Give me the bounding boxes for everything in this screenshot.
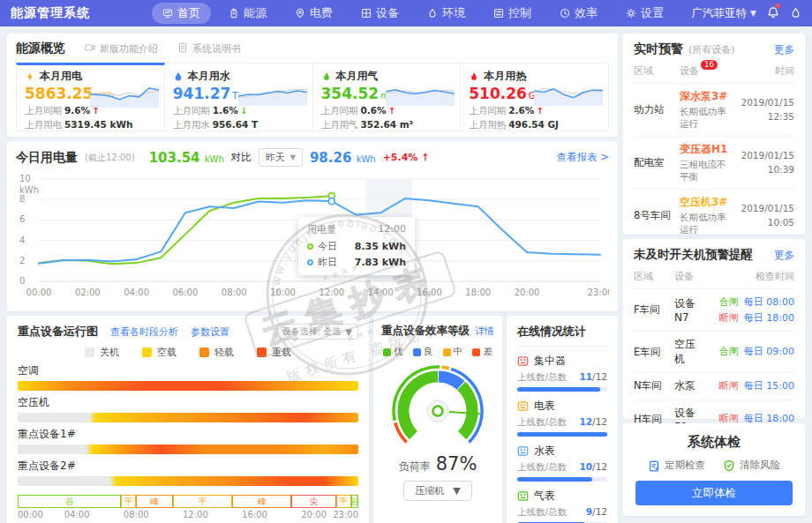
runtime-rows: 空调空压机重点设备1#重点设备2# [18, 363, 358, 486]
runtime-status-bar[interactable] [18, 413, 358, 422]
checkup-now-button[interactable]: 立即体检 [635, 481, 793, 505]
load-rate-label: 负荷率 [399, 459, 431, 474]
card-previous: 上月用气352.64 m³ [321, 119, 453, 131]
svg-text:20:00: 20:00 [515, 288, 540, 297]
waterdrop-icon [173, 71, 184, 82]
online-item-0: 集中器 上线数/总数11/12 [517, 347, 607, 392]
load-rate-value: 87% [436, 453, 477, 474]
nav-item-6[interactable]: 效率 [549, 3, 608, 24]
runtime-row-label: 重点设备2# [18, 459, 358, 474]
notification-dot [776, 4, 780, 8]
svg-text:00:00: 00:00 [26, 288, 52, 297]
yesterday-value: 98.26 kWh [310, 150, 376, 166]
overview-card-0[interactable]: 本月用电 5863.25kWh 上月同期9.6%↑ 上月用电5319.45 kW… [16, 63, 165, 131]
alert-row-1[interactable]: 配电室 变压器H1三相电流不平衡 2019/01/1510:39 [634, 136, 794, 189]
today-title: 今日用电量 [16, 150, 78, 166]
company-name: 广汽菲亚特 [692, 6, 748, 21]
switch-alerts-more-link[interactable]: 更多 [774, 249, 794, 262]
gauge-svg [381, 360, 494, 453]
device-type-select[interactable]: 压缩机 ▼ [403, 481, 471, 501]
tariff-segment: 平 [336, 495, 351, 508]
runtime-status-bar[interactable] [18, 445, 358, 454]
checkup-title: 系统体检 [635, 434, 793, 451]
shield-check-icon [723, 459, 735, 472]
video-icon [85, 42, 95, 53]
legend-item: 优 [383, 346, 403, 358]
water-drop-icon[interactable] [790, 5, 801, 22]
compare-label: 对比 [231, 151, 252, 164]
axis-label: 20:00 [301, 510, 327, 519]
settings-icon [626, 8, 636, 19]
nav-item-4[interactable]: 环境 [417, 3, 476, 24]
runtime-title: 重点设备运行图 [18, 324, 98, 340]
tariff-segment: 尖 [291, 495, 335, 508]
runtime-status-bar[interactable] [18, 381, 358, 391]
company-switcher[interactable]: 广汽菲亚特 ▼ [692, 6, 756, 21]
flame-icon [321, 71, 332, 82]
svg-text:10:00: 10:00 [270, 288, 296, 297]
runtime-status-bar[interactable] [18, 476, 358, 486]
tariff-segment: 平 [173, 495, 232, 508]
delta-badge: +5.4% ↑ [383, 152, 430, 163]
mini-sparkline [88, 79, 161, 109]
chevron-down-icon: ▼ [290, 153, 296, 161]
nav-item-1[interactable]: 能源 [218, 3, 277, 24]
lightning-icon [25, 71, 35, 82]
realtime-alerts-panel: 实时预警 (所有设备) 更多 区域 设备16 时间 动力站 深水泵3#长期低功率… [623, 34, 805, 235]
nav-item-0[interactable]: 首页 [152, 3, 211, 24]
alert-row-0[interactable]: 动力站 深水泵3#长期低功率运行 2019/01/1512:35 [634, 83, 794, 136]
overview-card-2[interactable]: 本月用气 354.52m³ 上月同期0.6%↑ 上月用气352.64 m³ [313, 63, 462, 131]
cutoff-label: (截止12:00) [85, 152, 135, 164]
efficiency-details-link[interactable]: 详情 [475, 325, 494, 338]
nav-item-7[interactable]: 设置 [615, 3, 674, 24]
nav-right: 广汽菲亚特 ▼ [692, 5, 801, 22]
alerts-more-link[interactable]: 更多 [774, 43, 794, 56]
compare-day-select[interactable]: 昨天 ▼ [259, 148, 303, 167]
electricity-fee-icon [295, 8, 305, 19]
new-features-link[interactable]: 新版功能介绍 [85, 42, 158, 56]
card-previous: 上月用电5319.45 kWh [25, 119, 156, 131]
concentrator-icon [517, 355, 529, 367]
online-item-3: 气表 上线数/总数9/12 [517, 482, 607, 523]
mini-sparkline [384, 78, 456, 108]
alert-row-2[interactable]: 8号车间 空压机3#长期低功率运行 2019/01/1510:05 [634, 189, 794, 242]
checkup-item: 清除风险 [723, 459, 780, 472]
legend-item: 轻载 [199, 346, 234, 359]
device-runtime-panel: 重点设备运行图 查看各时段分析 参数设置 设备选择: 全选 ▼ 关机空载轻载重载… [7, 316, 369, 523]
svg-text:8: 8 [19, 194, 25, 204]
svg-text:16:00: 16:00 [417, 288, 442, 297]
nav-item-3[interactable]: 设备 [350, 3, 410, 24]
control-icon [493, 8, 504, 19]
bell-icon [767, 6, 779, 19]
nav-item-2[interactable]: 电费 [284, 3, 343, 24]
legend-item: 中 [443, 346, 463, 358]
device-select[interactable]: 设备选择: 全选 ▼ [276, 324, 358, 340]
view-report-link[interactable]: 查看报表 > [557, 151, 609, 164]
axis-label: 00:00 [18, 510, 43, 519]
runtime-row-label: 空压机 [18, 395, 358, 410]
overview-card-1[interactable]: 本月用水 941.27T 上月同期1.6%↓ 上月用水956.64 T [165, 63, 313, 131]
axis-label: 04:00 [64, 510, 90, 519]
parameter-settings-link[interactable]: 参数设置 [191, 325, 229, 339]
online-item-2: 水表 上线数/总数10/12 [517, 437, 607, 482]
main-menu: 首页能源电费设备环境控制效率设置 [152, 3, 692, 24]
notifications-button[interactable] [767, 5, 779, 22]
svg-text:4: 4 [19, 235, 25, 245]
legend-item: 差 [472, 346, 492, 358]
runtime-axis: 00:0004:0008:0012:0016:0020:0023:00 [18, 510, 358, 521]
overview-card-3[interactable]: 本月用热 510.26GJ 上月同期2.6%↑ 上月用热496.54 GJ [461, 63, 609, 131]
energy-dashboard: 能源管理系统 首页能源电费设备环境控制效率设置 广汽菲亚特 ▼ 能源概览 [0, 0, 812, 523]
system-manual-link[interactable]: 系统说明书 [177, 42, 241, 56]
svg-text:10: 10 [19, 174, 31, 183]
svg-text:23:00: 23:00 [588, 288, 609, 297]
energy-icon [229, 8, 239, 19]
switch-alert-row-0[interactable]: F车间 设备N7 合闸每日 08:00断闸每日 18:00 [634, 288, 794, 331]
period-analysis-link[interactable]: 查看各时段分析 [110, 325, 178, 339]
tooltip-row-1: 昨日7.83 kWh [307, 256, 406, 269]
gas-meter-icon [517, 490, 529, 502]
nav-item-5[interactable]: 控制 [483, 3, 542, 24]
switch-alert-row-1[interactable]: E车间 空压机 合闸每日 09:00 [634, 331, 794, 372]
doc-icon [177, 42, 188, 53]
switch-alert-row-2[interactable]: N车间 水泵 断闸每日 15:00 [634, 372, 794, 400]
bottom-row: 重点设备运行图 查看各时段分析 参数设置 设备选择: 全选 ▼ 关机空载轻载重载… [7, 316, 618, 523]
